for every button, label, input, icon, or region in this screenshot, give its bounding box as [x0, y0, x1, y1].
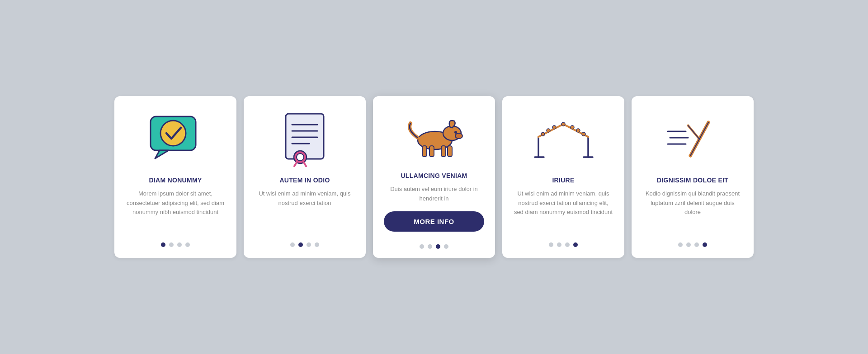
card-body-2: Ut wisi enim ad minim veniam, quis nostr… — [255, 189, 355, 234]
dots-5 — [678, 242, 707, 247]
dots-2 — [290, 242, 319, 247]
svg-rect-17 — [429, 146, 434, 157]
dot-4-3 — [565, 242, 570, 247]
dot-1-4 — [185, 242, 190, 247]
svg-line-11 — [303, 162, 306, 166]
icon-area-5 — [663, 110, 722, 168]
dot-2-2 — [298, 242, 303, 247]
dot-4-1 — [549, 242, 553, 247]
svg-point-25 — [547, 129, 550, 132]
dot-4-2 — [557, 242, 561, 247]
svg-rect-19 — [448, 146, 452, 157]
dot-1-1 — [161, 242, 165, 247]
dots-4 — [549, 242, 578, 247]
card-body-3: Duis autem vel eum iriure dolor in hendr… — [384, 185, 484, 203]
card-title-3: ULLAMCING VENIAM — [401, 172, 467, 179]
dot-2-1 — [290, 242, 295, 247]
dot-3-4 — [444, 244, 448, 249]
icon-area-3 — [405, 105, 463, 164]
card-title-4: IRIURE — [552, 177, 574, 184]
card-ullamcing-veniam: ULLAMCING VENIAM Duis autem vel eum iriu… — [373, 96, 495, 257]
card-body-5: Kodio dignissim qui blandit praesent lup… — [642, 189, 743, 234]
icon-area-4 — [534, 110, 593, 168]
svg-point-15 — [454, 131, 457, 134]
dot-1-2 — [169, 242, 174, 247]
icon-area-1 — [146, 110, 205, 168]
svg-line-10 — [294, 162, 297, 166]
svg-point-26 — [552, 126, 556, 129]
card-iriure: IRIURE Ut wisi enim ad minim veniam, qui… — [502, 96, 624, 257]
dot-1-3 — [177, 242, 182, 247]
dot-4-4 — [573, 242, 578, 247]
svg-point-14 — [455, 133, 462, 139]
card-body-1: Morem ipsum dolor sit amet, consectetuer… — [125, 189, 226, 234]
card-title-2: AUTEM IN ODIO — [279, 177, 330, 184]
dot-2-3 — [307, 242, 311, 247]
svg-rect-16 — [422, 146, 427, 157]
icon-area-2 — [275, 110, 334, 168]
dot-5-4 — [703, 242, 707, 247]
dot-5-1 — [678, 242, 683, 247]
svg-point-30 — [582, 132, 585, 136]
dot-3-2 — [428, 244, 432, 249]
dot-3-3 — [436, 244, 440, 249]
dots-3 — [420, 244, 448, 249]
card-title-1: DIAM NONUMMY — [149, 177, 202, 184]
dot-2-4 — [315, 242, 319, 247]
svg-point-27 — [561, 122, 565, 126]
svg-line-39 — [688, 126, 699, 139]
svg-point-9 — [297, 154, 304, 161]
card-dignissim: DIGNISSIM DOLOE EIT Kodio dignissim qui … — [632, 96, 754, 257]
card-body-4: Ut wisi enim ad minim veniam, quis nostr… — [513, 189, 613, 234]
card-title-5: DIGNISSIM DOLOE EIT — [657, 177, 728, 184]
svg-point-29 — [576, 129, 580, 132]
svg-point-24 — [541, 132, 545, 136]
svg-point-28 — [571, 126, 574, 129]
more-info-button[interactable]: MORE INFO — [384, 211, 484, 232]
dot-3-1 — [420, 244, 424, 249]
dot-5-3 — [694, 242, 699, 247]
svg-point-2 — [160, 121, 186, 146]
card-diam-nonummy: DIAM NONUMMY Morem ipsum dolor sit amet,… — [114, 96, 236, 257]
svg-rect-18 — [441, 146, 446, 157]
dot-5-2 — [686, 242, 691, 247]
dots-1 — [161, 242, 190, 247]
cards-container: DIAM NONUMMY Morem ipsum dolor sit amet,… — [87, 78, 781, 275]
svg-marker-1 — [155, 150, 169, 158]
card-autem-in-odio: AUTEM IN ODIO Ut wisi enim ad minim veni… — [244, 96, 366, 257]
